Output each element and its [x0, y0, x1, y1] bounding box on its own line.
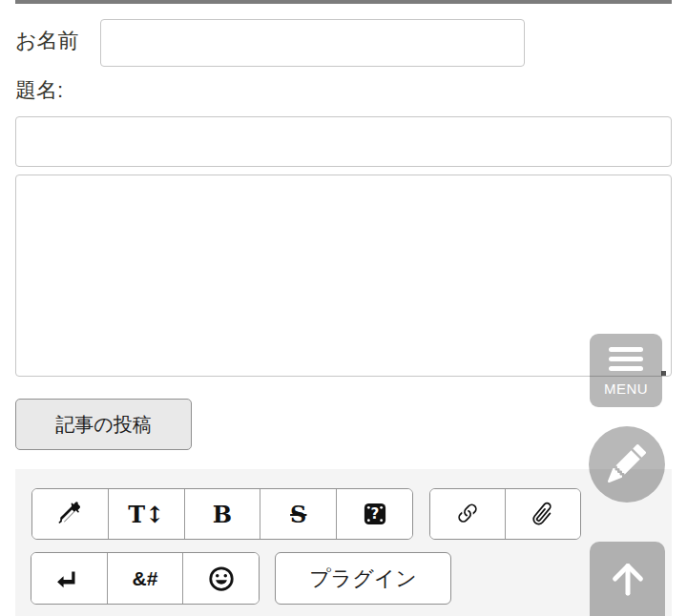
insert-button-group: [429, 488, 581, 540]
pencil-icon: [608, 444, 646, 485]
submit-post-button[interactable]: 記事の投稿: [15, 399, 192, 450]
strikethrough-icon: S: [290, 501, 306, 528]
link-icon: [454, 501, 481, 527]
char-code-icon: &#: [133, 567, 158, 590]
arrow-up-icon: [606, 557, 650, 604]
insert-newline-button[interactable]: [31, 553, 108, 604]
strikethrough-button[interactable]: S: [260, 489, 337, 539]
paperclip-icon: [530, 501, 556, 527]
bbcode-help-icon: ?: [362, 501, 388, 527]
misc-button-group: &#: [31, 552, 260, 605]
bbcode-help-button[interactable]: ?: [337, 489, 412, 539]
text-size-icon: T↕: [128, 501, 164, 528]
scroll-to-top-button[interactable]: [590, 542, 665, 616]
bbcode-toolbar-panel: T↕ B S ?: [15, 469, 672, 616]
emoji-button[interactable]: [183, 553, 259, 604]
bold-icon: B: [213, 501, 232, 528]
bold-button[interactable]: B: [185, 489, 261, 539]
title-input[interactable]: [15, 116, 672, 167]
text-size-button[interactable]: T↕: [109, 489, 185, 539]
eyedropper-icon: [57, 502, 82, 526]
floating-menu-button[interactable]: MENU: [590, 334, 662, 407]
menu-label: MENU: [604, 380, 648, 397]
char-code-button[interactable]: &#: [108, 553, 184, 604]
floating-compose-button[interactable]: [589, 426, 665, 503]
emoji-icon: [207, 565, 236, 593]
name-label: お名前: [15, 31, 79, 51]
insert-link-button[interactable]: [430, 489, 506, 539]
color-picker-button[interactable]: [32, 489, 109, 539]
plugin-button[interactable]: プラグイン: [275, 552, 451, 605]
message-textarea[interactable]: [15, 175, 672, 377]
title-label: 題名:: [15, 80, 63, 101]
hamburger-icon: [609, 345, 643, 374]
attach-file-button[interactable]: [506, 489, 580, 539]
name-input[interactable]: [100, 19, 525, 67]
newline-icon: [56, 566, 81, 591]
svg-text:?: ?: [370, 505, 379, 523]
top-divider-bar: [15, 0, 672, 4]
format-button-group: T↕ B S ?: [31, 488, 413, 540]
